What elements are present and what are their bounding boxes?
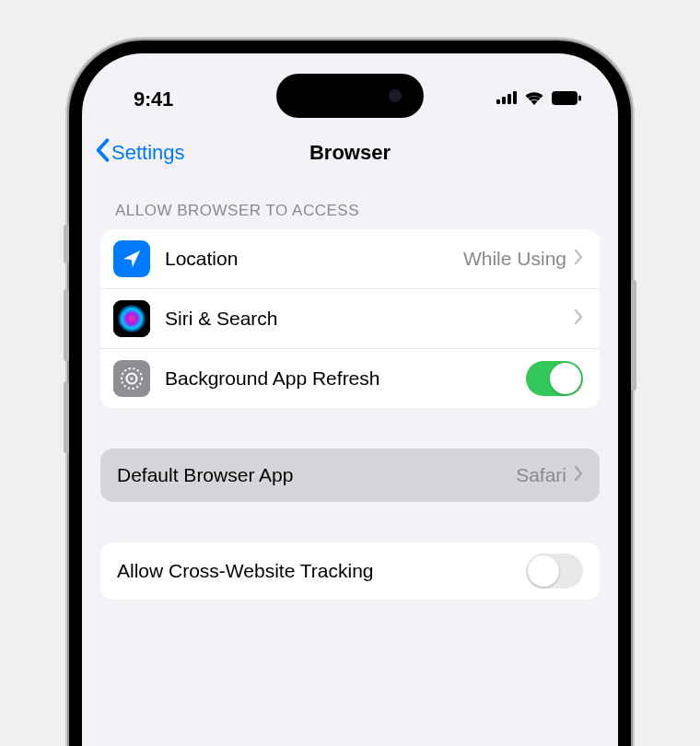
svg-point-7 — [118, 305, 146, 332]
background-refresh-toggle[interactable] — [526, 361, 583, 396]
screen: 9:41 Settings Browser — [82, 53, 618, 746]
dynamic-island — [276, 74, 424, 118]
svg-rect-3 — [513, 91, 517, 104]
siri-icon — [113, 300, 150, 337]
volume-down-button — [64, 381, 69, 453]
default-browser-row[interactable]: Default Browser App Safari — [100, 449, 600, 502]
tracking-toggle[interactable] — [526, 554, 583, 589]
side-button — [64, 225, 69, 263]
svg-rect-1 — [502, 97, 506, 104]
chevron-right-icon — [574, 465, 583, 485]
svg-rect-5 — [578, 95, 581, 100]
status-time: 9:41 — [134, 87, 173, 111]
volume-up-button — [64, 289, 69, 361]
navigation-bar: Settings Browser — [82, 118, 618, 183]
chevron-right-icon — [574, 249, 583, 269]
svg-point-10 — [131, 378, 134, 380]
siri-label: Siri & Search — [165, 308, 574, 330]
back-label: Settings — [111, 141, 185, 165]
location-icon — [113, 240, 150, 277]
svg-rect-2 — [508, 94, 511, 104]
chevron-right-icon — [574, 309, 583, 329]
svg-rect-4 — [552, 91, 578, 105]
section-header: ALLOW BROWSER TO ACCESS — [82, 183, 618, 229]
location-row[interactable]: Location While Using — [100, 229, 600, 289]
default-browser-value: Safari — [516, 464, 566, 486]
back-button[interactable]: Settings — [95, 138, 185, 167]
background-refresh-label: Background App Refresh — [165, 367, 526, 390]
svg-rect-0 — [496, 99, 500, 104]
cellular-icon — [496, 91, 517, 108]
battery-icon — [552, 91, 581, 109]
location-label: Location — [165, 248, 463, 270]
tracking-label: Allow Cross-Website Tracking — [117, 560, 526, 582]
tracking-group: Allow Cross-Website Tracking — [100, 542, 600, 600]
chevron-left-icon — [95, 138, 110, 167]
status-icons — [496, 90, 581, 109]
gear-icon — [113, 360, 150, 397]
power-button — [631, 280, 636, 390]
access-group: Location While Using Siri & Search — [100, 229, 600, 408]
page-title: Browser — [309, 141, 391, 165]
siri-row[interactable]: Siri & Search — [100, 289, 600, 349]
tracking-row: Allow Cross-Website Tracking — [100, 542, 600, 600]
location-value: While Using — [463, 248, 566, 270]
phone-frame: 9:41 Settings Browser — [69, 41, 631, 746]
background-refresh-row: Background App Refresh — [100, 349, 600, 408]
wifi-icon — [524, 90, 544, 109]
default-browser-group: Default Browser App Safari — [100, 449, 600, 502]
default-browser-label: Default Browser App — [117, 464, 516, 486]
